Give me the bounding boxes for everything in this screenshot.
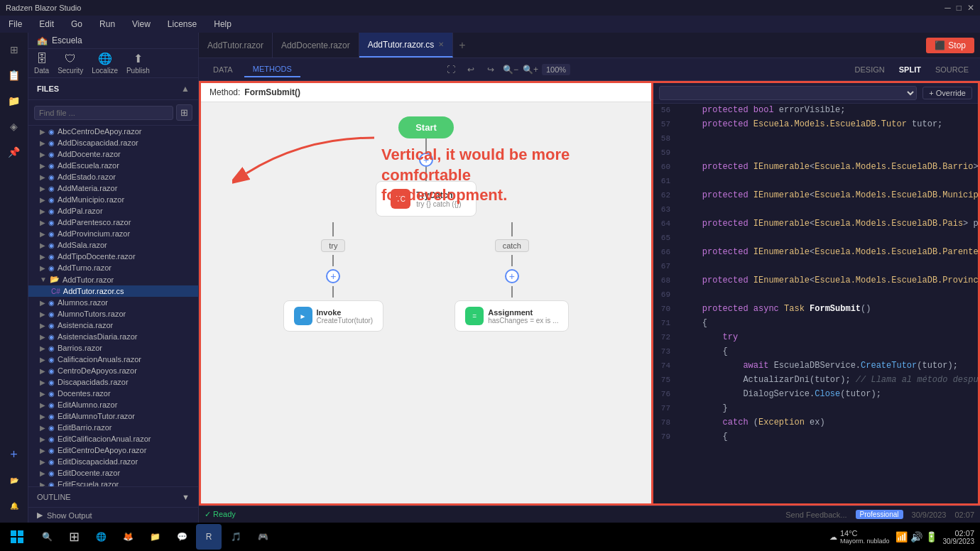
bell-icon-btn[interactable]: 🔔	[3, 494, 26, 517]
list-item[interactable]: ▶ ◉ CalificacionAnuals.razor	[28, 354, 198, 365]
list-item[interactable]: ▶ ◉ EditDocente.razor	[28, 467, 198, 479]
collapse-icon[interactable]: ▲	[181, 84, 190, 94]
menu-help[interactable]: Help	[211, 18, 234, 31]
pin-icon-btn[interactable]: 📌	[3, 141, 26, 163]
data-icon: 🗄	[36, 53, 48, 65]
list-item[interactable]: ▶ ◉ EditEscuela.razor	[28, 479, 198, 486]
files-icon-btn[interactable]: 📁	[3, 89, 26, 112]
data-icon-btn[interactable]: 🗄 Data	[34, 53, 49, 75]
flow-add-btn-catch[interactable]: +	[505, 269, 519, 283]
list-item[interactable]: ▶ ◉ AddDocente.razor	[28, 148, 198, 160]
list-item[interactable]: ▶ ◉ EditCentroDeApoyo.razor	[28, 444, 198, 456]
security-icon-btn[interactable]: 🛡 Security	[58, 53, 83, 75]
list-item[interactable]: ▼ 📂 AddTutor.razor	[28, 273, 198, 285]
fit-view-btn[interactable]: ⛶	[442, 61, 459, 78]
zoom-out-btn[interactable]: 🔍−	[502, 61, 519, 78]
tab-close-icon[interactable]: ✕	[438, 40, 444, 48]
add-icon-btn[interactable]: +	[3, 443, 26, 466]
tab-adddocente-razor[interactable]: AddDocente.razor	[273, 33, 359, 58]
taskbar-explorer-icon[interactable]: 📁	[142, 524, 168, 550]
list-item[interactable]: ▶ ◉ CentroDeApoyos.razor	[28, 365, 198, 376]
list-item[interactable]: ▶ ◉ AbcCentroDeApoy.razor	[28, 126, 198, 137]
undo-btn[interactable]: ↩	[462, 61, 479, 78]
show-output-btn[interactable]: ▶ Show Output	[28, 507, 198, 523]
menu-file[interactable]: File	[6, 18, 25, 31]
list-item[interactable]: ▶ ◉ AddDiscapacidad.razor	[28, 137, 198, 148]
tab-data[interactable]: DATA	[205, 62, 241, 77]
list-item[interactable]: ▶ ◉ Barrios.razor	[28, 342, 198, 354]
taskbar-search-icon[interactable]: 🔍	[34, 524, 60, 550]
list-item[interactable]: ▶ ◉ AddParentesco.razor	[28, 217, 198, 228]
menu-edit[interactable]: Edit	[36, 18, 57, 31]
list-item[interactable]: ▶ ◉ AddProvincium.razor	[28, 228, 198, 239]
components-icon-btn[interactable]: ◈	[3, 115, 26, 138]
search-input[interactable]	[34, 106, 173, 120]
outline-header[interactable]: OUTLINE ▼	[37, 490, 190, 504]
taskbar-app2-icon[interactable]: 🎮	[250, 524, 276, 550]
view-split-btn[interactable]: SPLIT	[893, 64, 927, 75]
flow-assignment-node[interactable]: = Assignment hasChanges = ex is ...	[454, 300, 569, 332]
chevron-right-icon: ▶	[40, 253, 45, 261]
list-item[interactable]: ▶ ◉ EditDiscapacidad.razor	[28, 456, 198, 467]
menu-view[interactable]: View	[129, 18, 153, 31]
view-source-btn[interactable]: SOURCE	[930, 64, 974, 75]
taskbar-firefox-icon[interactable]: 🦊	[115, 524, 141, 550]
close-btn[interactable]: ✕	[967, 3, 974, 13]
maximize-btn[interactable]: □	[957, 3, 962, 13]
taskbar-radzen-icon[interactable]: R	[196, 524, 222, 550]
flow-invoke-node[interactable]: ► Invoke CreateTutor(tutor)	[283, 300, 384, 332]
taskbar-app1-icon[interactable]: ⊞	[61, 524, 87, 550]
code-line: 76 DialogService.Close(tutor);	[653, 388, 978, 402]
send-feedback-btn[interactable]: Send Feedback...	[785, 511, 846, 519]
list-item[interactable]: ▶ ◉ EditAlumnoTutor.razor	[28, 410, 198, 422]
source-select[interactable]	[659, 86, 917, 100]
tab-addtutor-razor[interactable]: AddTutor.razor	[199, 33, 273, 58]
pages-icon-btn[interactable]: 📋	[3, 64, 26, 87]
start-button[interactable]	[6, 525, 28, 548]
taskbar-music-icon[interactable]: 🎵	[223, 524, 249, 550]
sub-toolbar: DATA METHODS ⛶ ↩ ↪ 🔍− 🔍+ 100% DESIGN SPL…	[199, 58, 980, 81]
taskbar-chrome-icon[interactable]: 🌐	[88, 524, 114, 550]
folder-icon-btn[interactable]: 📂	[3, 469, 26, 491]
minimize-btn[interactable]: ─	[944, 3, 951, 13]
list-item[interactable]: ▶ ◉ AsistenciasDiaria.razor	[28, 331, 198, 342]
list-item[interactable]: ▶ ◉ AddTipoDocente.razor	[28, 251, 198, 262]
view-design-btn[interactable]: DESIGN	[849, 64, 891, 75]
list-item[interactable]: ▶ ◉ EditBarrio.razor	[28, 422, 198, 433]
list-item[interactable]: ▶ ◉ AddPal.razor	[28, 205, 198, 217]
list-item[interactable]: ▶ ◉ Discapacidads.razor	[28, 376, 198, 388]
taskbar-chat-icon[interactable]: 💬	[169, 524, 195, 550]
stop-button[interactable]: ⬛ Stop	[926, 38, 974, 53]
list-item[interactable]: ▶ ◉ AddTurno.razor	[28, 262, 198, 273]
list-item[interactable]: ▶ ◉ EditCalificacionAnual.razor	[28, 433, 198, 444]
search-filter-btn[interactable]: ⊞	[176, 104, 192, 121]
list-item[interactable]: ▶ ◉ AlumnoTutors.razor	[28, 308, 198, 320]
grid-icon-btn[interactable]: ⊞	[3, 38, 26, 61]
menu-run[interactable]: Run	[97, 18, 118, 31]
list-item[interactable]: C# AddTutor.razor.cs	[28, 285, 198, 297]
redo-btn[interactable]: ↪	[482, 61, 499, 78]
code-editor[interactable]: 56 protected bool errorVisible; 57 prote…	[653, 104, 978, 503]
list-item[interactable]: ▶ ◉ EditAlumno.razor	[28, 399, 198, 410]
taskbar-date: 30/9/2023	[943, 538, 975, 545]
list-item[interactable]: ▶ ◉ AddMateria.razor	[28, 182, 198, 194]
menu-license[interactable]: License	[165, 18, 200, 31]
list-item[interactable]: ▶ ◉ AddSala.razor	[28, 239, 198, 251]
override-btn[interactable]: + Override	[922, 87, 972, 99]
list-item[interactable]: ▶ ◉ Alumnos.razor	[28, 297, 198, 308]
zoom-in-btn[interactable]: 🔍+	[522, 61, 539, 78]
list-item[interactable]: ▶ ◉ AddMunicipio.razor	[28, 194, 198, 205]
list-item[interactable]: ▶ ◉ AddEscuela.razor	[28, 160, 198, 171]
zoom-display[interactable]: 100%	[542, 64, 570, 75]
list-item[interactable]: ▶ ◉ Asistencia.razor	[28, 320, 198, 331]
add-tab-btn[interactable]: +	[453, 39, 471, 52]
flow-add-btn-try[interactable]: +	[326, 269, 340, 283]
tab-addtutor-razor-cs[interactable]: AddTutor.razor.cs ✕	[359, 33, 454, 58]
tab-methods[interactable]: METHODS	[244, 62, 300, 77]
list-item[interactable]: ▶ ◉ AddEstado.razor	[28, 171, 198, 182]
localize-icon-btn[interactable]: 🌐 Localize	[92, 52, 118, 75]
menu-go[interactable]: Go	[68, 18, 85, 31]
list-item[interactable]: ▶ ◉ Docentes.razor	[28, 388, 198, 399]
taskbar-systray: 📶 🔊 🔋	[895, 531, 937, 542]
publish-icon-btn[interactable]: ⬆ Publish	[126, 52, 150, 75]
